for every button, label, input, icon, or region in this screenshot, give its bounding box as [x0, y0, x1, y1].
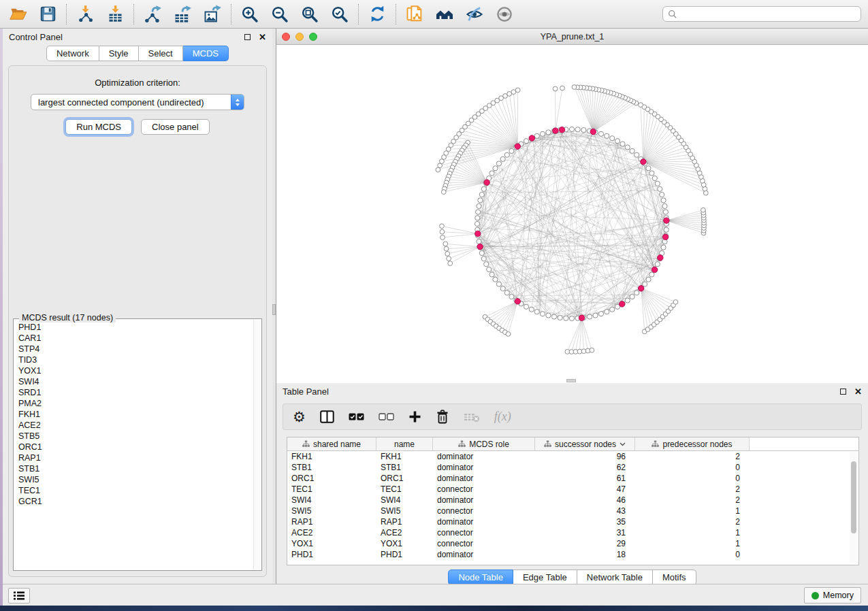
mcds-result-item[interactable]: SWI4: [18, 376, 252, 387]
save-session-icon[interactable]: [38, 5, 57, 24]
optimization-criterion-select[interactable]: largest connected component (undirected): [31, 94, 244, 110]
new-network-from-selection-icon[interactable]: [405, 5, 424, 24]
show-all-icon[interactable]: [495, 5, 514, 24]
mcds-result-item[interactable]: ACE2: [18, 420, 252, 431]
tab-mcds[interactable]: MCDS: [183, 46, 229, 61]
cell-mcds-role: dominator: [433, 474, 535, 483]
control-panel-header: Control Panel ✕: [3, 29, 272, 46]
add-column-icon[interactable]: [408, 410, 421, 423]
table-scrollbar-thumb[interactable]: [851, 461, 856, 533]
column-header-predecessor-nodes[interactable]: predecessor nodes: [635, 437, 750, 450]
tab-style[interactable]: Style: [99, 46, 139, 61]
columns-icon[interactable]: [320, 410, 334, 423]
splitter-grip[interactable]: [272, 304, 276, 315]
table-row[interactable]: STB1STB1dominator620: [287, 462, 858, 473]
table-scrollbar[interactable]: [850, 452, 858, 563]
zoom-in-icon[interactable]: [240, 5, 259, 24]
table-tab-edge-table[interactable]: Edge Table: [513, 569, 577, 585]
mcds-result-item[interactable]: FKH1: [18, 409, 252, 420]
column-header-shared-name[interactable]: shared name: [287, 437, 376, 450]
mcds-result-item[interactable]: SRD1: [18, 387, 252, 398]
first-neighbors-icon[interactable]: [435, 5, 454, 24]
mcds-result-item[interactable]: RAP1: [18, 452, 252, 463]
mcds-result-item[interactable]: GCR1: [18, 496, 252, 507]
mcds-result-item[interactable]: ORC1: [18, 442, 252, 452]
import-network-icon[interactable]: [76, 5, 95, 24]
search-input[interactable]: [681, 9, 856, 20]
cell-mcds-role: dominator: [433, 452, 535, 461]
search-field[interactable]: [662, 6, 861, 22]
table-panel-header: Table Panel ✕: [276, 383, 868, 400]
export-table-icon[interactable]: [173, 5, 192, 24]
hierarchy-icon: [652, 440, 659, 448]
export-image-icon[interactable]: [203, 5, 222, 24]
table-row[interactable]: SWI5SWI5connector431: [287, 506, 858, 516]
zoom-selected-icon[interactable]: [330, 5, 349, 24]
task-list-button[interactable]: [8, 588, 30, 604]
delete-icon[interactable]: [436, 410, 449, 424]
table-row[interactable]: TEC1TEC1connector472: [287, 484, 858, 495]
table-tab-network-table[interactable]: Network Table: [577, 569, 653, 585]
close-icon[interactable]: ✕: [854, 387, 862, 396]
run-mcds-button[interactable]: Run MCDS: [65, 119, 132, 135]
table-row[interactable]: FKH1FKH1dominator962: [287, 451, 858, 462]
cell-shared-name: SWI4: [287, 495, 376, 505]
cell-name: ORC1: [376, 474, 433, 483]
float-icon[interactable]: [840, 389, 846, 395]
mcds-result-item[interactable]: PMA2: [18, 398, 252, 409]
open-session-icon[interactable]: [8, 5, 27, 24]
refresh-layout-icon[interactable]: [368, 5, 387, 24]
cell-successor-nodes: 18: [535, 550, 635, 559]
table-tab-node-table[interactable]: Node Table: [448, 569, 513, 585]
mcds-result-item[interactable]: TID3: [18, 354, 252, 365]
table-row[interactable]: RAP1RAP1dominator352: [287, 516, 858, 527]
select-all-icon[interactable]: [349, 413, 364, 420]
mcds-result-scrollbar[interactable]: [253, 320, 261, 569]
mcds-result-item[interactable]: YOX1: [18, 365, 252, 376]
gear-icon[interactable]: ⚙: [293, 410, 306, 424]
function-builder-icon: f(x): [494, 410, 511, 424]
hide-selected-icon[interactable]: [465, 5, 484, 24]
cell-name: TEC1: [376, 484, 433, 494]
cell-predecessor-nodes: 2: [635, 452, 750, 461]
cell-successor-nodes: 47: [535, 484, 635, 494]
cell-shared-name: SWI5: [287, 506, 376, 516]
float-icon[interactable]: [244, 34, 251, 40]
table-row[interactable]: YOX1YOX1connector291: [287, 538, 858, 549]
mcds-result-item[interactable]: CAR1: [18, 333, 252, 344]
column-header-name[interactable]: name: [376, 437, 433, 450]
table-row[interactable]: SWI4SWI4dominator462: [287, 495, 858, 506]
mcds-result-item[interactable]: SWI5: [18, 474, 252, 485]
table-row[interactable]: ACE2ACE2connector311: [287, 527, 858, 538]
memory-status-icon: [811, 592, 819, 599]
network-canvas[interactable]: [276, 45, 868, 383]
zoom-out-icon[interactable]: [270, 5, 289, 24]
close-panel-button[interactable]: Close panel: [141, 119, 210, 135]
mcds-result-list[interactable]: PHD1CAR1STP4TID3YOX1SWI4SRD1PMA2FKH1ACE2…: [18, 322, 252, 567]
export-network-icon[interactable]: [143, 5, 162, 24]
mcds-result-item[interactable]: STP4: [18, 344, 252, 354]
cell-predecessor-nodes: 1: [635, 528, 750, 538]
zoom-fit-icon[interactable]: [300, 5, 319, 24]
mcds-result-item[interactable]: PHD1: [18, 322, 252, 333]
cell-successor-nodes: 35: [535, 517, 635, 527]
mcds-result-box: MCDS result (17 nodes) PHD1CAR1STP4TID3Y…: [13, 318, 262, 571]
import-table-icon[interactable]: [106, 5, 125, 24]
sort-desc-icon: [620, 442, 626, 446]
cell-successor-nodes: 43: [535, 506, 635, 516]
close-icon[interactable]: ✕: [259, 33, 266, 42]
mcds-result-item[interactable]: STB1: [18, 463, 252, 474]
table-tab-motifs[interactable]: Motifs: [653, 569, 696, 585]
cell-predecessor-nodes: 2: [635, 517, 750, 527]
deselect-all-icon[interactable]: [379, 413, 394, 420]
memory-button[interactable]: Memory: [804, 587, 861, 604]
mcds-result-item[interactable]: STB5: [18, 431, 252, 442]
table-row[interactable]: PHD1PHD1dominator180: [287, 549, 858, 560]
tab-select[interactable]: Select: [139, 46, 183, 61]
horizontal-splitter-grip[interactable]: [566, 379, 576, 382]
table-row[interactable]: ORC1ORC1dominator610: [287, 473, 858, 484]
column-header-successor-nodes[interactable]: successor nodes: [535, 437, 635, 450]
tab-network[interactable]: Network: [46, 46, 99, 61]
mcds-result-item[interactable]: TEC1: [18, 485, 252, 496]
column-header-mcds-role[interactable]: MCDS role: [433, 437, 535, 450]
